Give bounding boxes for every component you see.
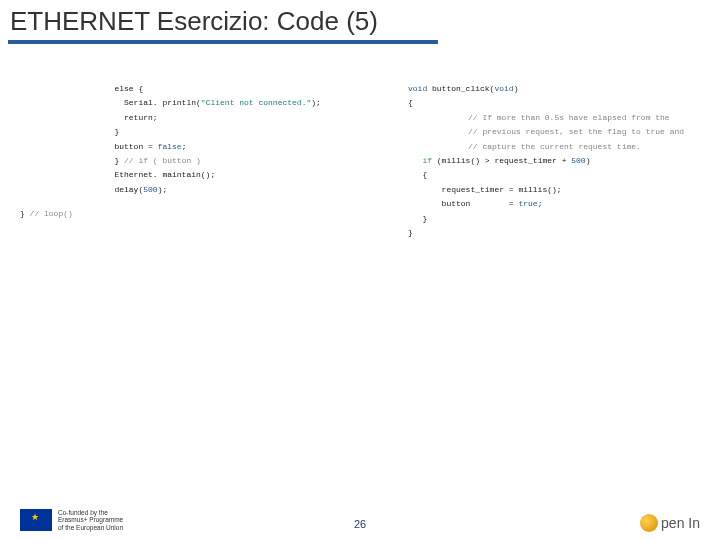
code-line: { bbox=[408, 168, 698, 182]
code-line: else { bbox=[100, 82, 380, 96]
code-line: { bbox=[408, 96, 698, 110]
code-line: } bbox=[100, 125, 380, 139]
code-line: } // if ( button ) bbox=[100, 154, 380, 168]
code-line: void button_click(void) bbox=[408, 82, 698, 96]
code-line: } // loop() bbox=[20, 207, 380, 221]
code-line: if (millis() > request_timer + 500) bbox=[408, 154, 698, 168]
code-line: request_timer = millis(); bbox=[408, 183, 698, 197]
openin-logo: pen In bbox=[640, 514, 700, 532]
code-column-left: else { Serial. println("Client not conne… bbox=[100, 82, 380, 240]
eu-cofunded-block: Co-funded by the Erasmus+ Programme of t… bbox=[20, 509, 123, 532]
code-line: Ethernet. maintain(); bbox=[100, 168, 380, 182]
code-line: } bbox=[408, 212, 698, 226]
code-line: return; bbox=[100, 111, 380, 125]
code-comment: // If more than 0.5s have elapsed from t… bbox=[408, 111, 698, 125]
openin-logo-text: pen In bbox=[661, 515, 700, 531]
slide-title: ETHERNET Esercizio: Code (5) bbox=[10, 6, 378, 37]
title-underline bbox=[8, 40, 438, 44]
code-line: delay(500); bbox=[100, 183, 380, 197]
code-comment: // previous request, set the flag to tru… bbox=[408, 125, 698, 139]
openin-logo-icon bbox=[640, 514, 658, 532]
footer: Co-funded by the Erasmus+ Programme of t… bbox=[0, 509, 720, 532]
code-comment: // capture the current request time. bbox=[408, 140, 698, 154]
eu-cofunded-text: Co-funded by the Erasmus+ Programme of t… bbox=[58, 509, 123, 532]
code-block: else { Serial. println("Client not conne… bbox=[100, 82, 700, 240]
code-line: button = true; bbox=[408, 197, 698, 211]
code-line: button = false; bbox=[100, 140, 380, 154]
code-line: Serial. println("Client not connected.")… bbox=[100, 96, 380, 110]
code-column-right: void button_click(void) { // If more tha… bbox=[408, 82, 698, 240]
eu-flag-icon bbox=[20, 509, 52, 531]
code-line: } bbox=[408, 226, 698, 240]
